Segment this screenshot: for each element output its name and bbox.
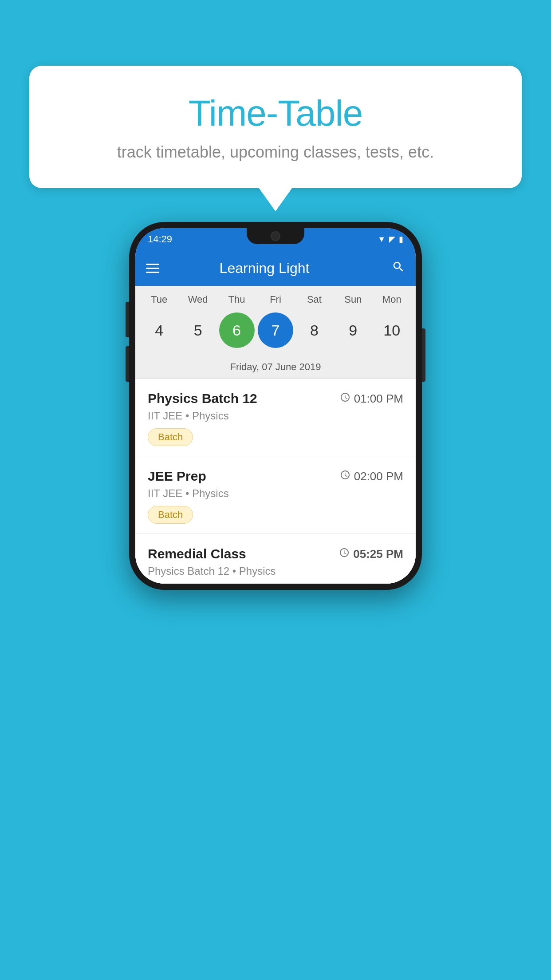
schedule-item-2-header: JEE Prep 02:00 PM xyxy=(148,469,403,484)
hamburger-line-2 xyxy=(146,268,159,269)
clock-icon-2 xyxy=(340,470,350,483)
time-text-1: 01:00 PM xyxy=(354,392,403,406)
date-9[interactable]: 9 xyxy=(335,312,371,348)
date-6-today[interactable]: 6 xyxy=(219,312,255,348)
date-10[interactable]: 10 xyxy=(374,312,409,348)
power-button xyxy=(422,328,425,382)
schedule-title-3: Remedial Class xyxy=(148,546,246,561)
schedule-item-3-header: Remedial Class 05:25 PM xyxy=(148,546,403,561)
schedule-subtitle-1: IIT JEE • Physics xyxy=(148,410,403,422)
speech-bubble-title: Time-Table xyxy=(47,92,504,134)
speech-bubble-container: Time-Table track timetable, upcoming cla… xyxy=(29,66,522,188)
clock-icon-1 xyxy=(340,392,350,406)
clock-icon-3 xyxy=(339,547,350,561)
schedule-item-2[interactable]: JEE Prep 02:00 PM IIT JEE • Physics Batc… xyxy=(135,456,416,534)
date-7-selected[interactable]: 7 xyxy=(258,312,293,348)
schedule-item-3[interactable]: Remedial Class 05:25 PM Physics Batch 12… xyxy=(135,534,416,584)
date-5[interactable]: 5 xyxy=(180,312,216,348)
speech-bubble: Time-Table track timetable, upcoming cla… xyxy=(29,66,522,188)
schedule-item-1[interactable]: Physics Batch 12 01:00 PM IIT JEE • Phys… xyxy=(135,379,416,456)
schedule-time-2: 02:00 PM xyxy=(340,470,403,483)
hamburger-line-3 xyxy=(146,272,159,273)
day-mon: Mon xyxy=(374,294,409,305)
schedule-time-3: 05:25 PM xyxy=(339,547,403,561)
date-4[interactable]: 4 xyxy=(142,312,177,348)
schedule-item-1-header: Physics Batch 12 01:00 PM xyxy=(148,391,403,406)
schedule-subtitle-2: IIT JEE • Physics xyxy=(148,487,403,500)
front-camera xyxy=(271,231,280,241)
signal-icon: ◤ xyxy=(389,234,395,244)
phone-wrapper: 14:29 ▼ ◤ ▮ Learning Light xyxy=(129,222,422,590)
day-sat: Sat xyxy=(296,294,332,305)
volume-down-button xyxy=(126,346,129,382)
schedule-list: Physics Batch 12 01:00 PM IIT JEE • Phys… xyxy=(135,379,416,584)
status-icons: ▼ ◤ ▮ xyxy=(378,234,403,244)
speech-bubble-subtitle: track timetable, upcoming classes, tests… xyxy=(47,143,504,162)
app-title: Learning Light xyxy=(168,260,361,277)
wifi-icon: ▼ xyxy=(378,235,386,244)
time-text-2: 02:00 PM xyxy=(354,470,403,483)
status-time: 14:29 xyxy=(148,233,172,245)
schedule-time-1: 01:00 PM xyxy=(340,392,403,406)
time-text-3: 05:25 PM xyxy=(353,547,403,561)
day-tue: Tue xyxy=(142,294,177,305)
day-fri: Fri xyxy=(258,294,293,305)
days-header: Tue Wed Thu Fri Sat Sun Mon xyxy=(135,286,416,309)
battery-icon: ▮ xyxy=(399,234,403,244)
app-bar: Learning Light xyxy=(135,250,416,286)
day-thu: Thu xyxy=(219,294,255,305)
calendar-strip: Tue Wed Thu Fri Sat Sun Mon 4 5 6 7 8 9 … xyxy=(135,286,416,379)
phone-frame: 14:29 ▼ ◤ ▮ Learning Light xyxy=(129,222,422,590)
schedule-title-1: Physics Batch 12 xyxy=(148,391,257,406)
schedule-title-2: JEE Prep xyxy=(148,469,206,484)
day-sun: Sun xyxy=(335,294,371,305)
dates-row: 4 5 6 7 8 9 10 xyxy=(135,309,416,356)
badge-2: Batch xyxy=(148,506,193,524)
search-button[interactable] xyxy=(392,260,405,277)
hamburger-line-1 xyxy=(146,264,159,265)
schedule-subtitle-3: Physics Batch 12 • Physics xyxy=(148,565,403,577)
phone-notch xyxy=(247,228,304,244)
hamburger-menu-button[interactable] xyxy=(146,264,159,273)
volume-up-button xyxy=(126,302,129,337)
phone-screen: 14:29 ▼ ◤ ▮ Learning Light xyxy=(135,228,416,584)
date-8[interactable]: 8 xyxy=(296,312,332,348)
selected-date-label: Friday, 07 June 2019 xyxy=(135,356,416,379)
day-wed: Wed xyxy=(180,294,216,305)
badge-1: Batch xyxy=(148,428,193,446)
